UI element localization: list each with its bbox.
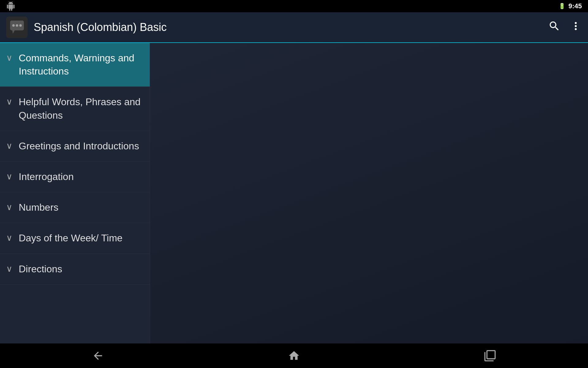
status-bar-right: 🔋 9:45	[559, 2, 582, 10]
svg-point-3	[19, 24, 22, 27]
chevron-directions-icon: ∨	[6, 264, 13, 274]
app-title: Spanish (Colombian) Basic	[34, 21, 548, 34]
chevron-numbers-icon: ∨	[6, 202, 13, 212]
chevron-greetings-icon: ∨	[6, 141, 13, 151]
recent-apps-button[interactable]	[472, 347, 508, 365]
chevron-interrogation-icon: ∨	[6, 171, 13, 182]
sidebar-label-greetings: Greetings and Introductions	[19, 140, 139, 153]
sidebar-item-directions[interactable]: ∨ Directions	[0, 254, 150, 285]
svg-marker-4	[12, 30, 15, 34]
app-bar: Spanish (Colombian) Basic	[0, 12, 588, 43]
nav-bar	[0, 343, 588, 368]
status-bar-left	[6, 2, 15, 11]
svg-point-2	[16, 24, 18, 27]
sidebar-item-numbers[interactable]: ∨ Numbers	[0, 192, 150, 223]
sidebar-item-interrogation[interactable]: ∨ Interrogation	[0, 162, 150, 192]
main-content: ∨ Commands, Warnings and Instructions ∨ …	[0, 43, 588, 343]
android-icon	[6, 2, 15, 11]
chevron-helpful-icon: ∨	[6, 97, 13, 107]
right-content	[150, 43, 588, 343]
sidebar-item-greetings[interactable]: ∨ Greetings and Introductions	[0, 131, 150, 162]
sidebar-item-helpful[interactable]: ∨ Helpful Words, Phrases and Questions	[0, 87, 150, 131]
sidebar-label-commands: Commands, Warnings and Instructions	[19, 52, 144, 78]
app-icon	[6, 17, 28, 38]
chevron-days-icon: ∨	[6, 233, 13, 243]
sidebar: ∨ Commands, Warnings and Instructions ∨ …	[0, 43, 150, 343]
sidebar-label-helpful: Helpful Words, Phrases and Questions	[19, 95, 144, 122]
chevron-commands-icon: ∨	[6, 53, 13, 63]
sidebar-item-commands[interactable]: ∨ Commands, Warnings and Instructions	[0, 43, 150, 87]
sidebar-label-directions: Directions	[19, 263, 62, 276]
search-icon[interactable]	[548, 20, 560, 35]
sidebar-item-days[interactable]: ∨ Days of the Week/ Time	[0, 223, 150, 254]
app-bar-actions	[548, 20, 582, 35]
sidebar-label-interrogation: Interrogation	[19, 170, 74, 183]
sidebar-label-days: Days of the Week/ Time	[19, 232, 123, 245]
svg-point-1	[12, 24, 15, 27]
chat-bubble-icon	[9, 19, 25, 36]
status-bar: 🔋 9:45	[0, 0, 588, 12]
more-options-icon[interactable]	[570, 20, 582, 35]
home-button[interactable]	[276, 347, 312, 365]
back-button[interactable]	[80, 347, 116, 365]
battery-icon: 🔋	[559, 3, 565, 10]
time-display: 9:45	[568, 2, 582, 10]
sidebar-label-numbers: Numbers	[19, 201, 58, 214]
